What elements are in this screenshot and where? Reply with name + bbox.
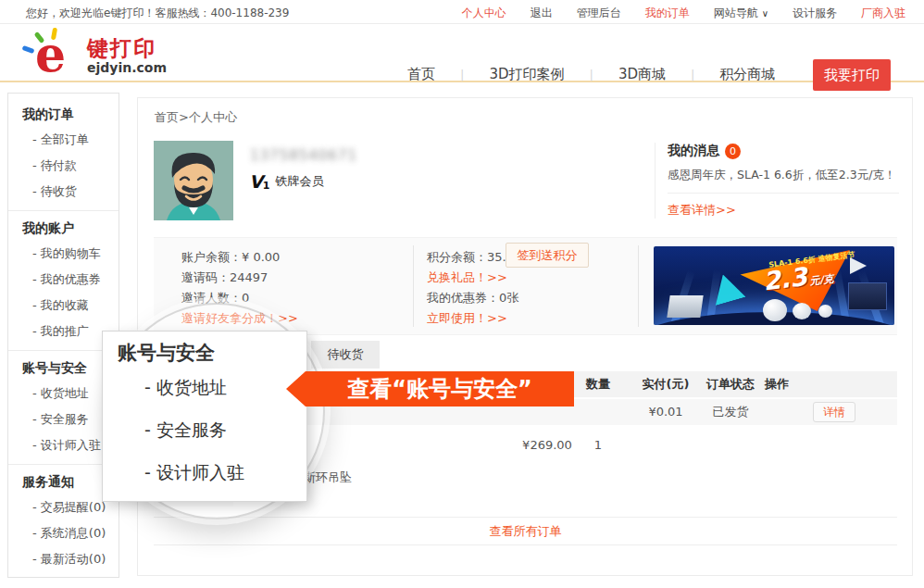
banner-3d-object [793,303,811,319]
col-header-qty: 数量 [570,371,626,397]
sidebar-item-latest-activity[interactable]: - 最新活动(0) [8,546,119,572]
sidebar-section-orders: 我的订单 - 全部订单 - 待付款 - 待收货 [8,97,119,210]
nav-divider: | [460,68,464,81]
account-summary: 账户余额：¥ 0.00 邀请码：24497 邀请人数：0 邀请好友拿分成！>> … [154,237,897,335]
coupons-count: 我的优惠券：0张 [427,288,518,308]
toplink-logout[interactable]: 退出 [531,6,553,21]
column-divider [413,245,414,327]
toplink-my-orders[interactable]: 我的订单 [645,6,690,21]
sidebar-item-pending-receipt[interactable]: - 待收货 [8,179,119,205]
order-paid-amount: ¥0.01 [629,399,703,425]
view-all-row: 查看所有订单 [154,518,897,545]
sidebar-item-favorites[interactable]: - 我的收藏 [8,293,119,319]
invite-friends-link[interactable]: 邀请好友拿分成！>> [181,308,298,329]
header: e 键打印 ejdyin.com 首页 | 3D打印案例 | 3D商城 | 积分… [0,25,924,82]
member-level: V 1 铁牌会员 [249,171,323,192]
sidebar-item-cart[interactable]: - 我的购物车 [8,241,119,267]
view-all-orders-link[interactable]: 查看所有订单 [490,524,562,538]
toplink-profile[interactable]: 个人中心 [462,6,506,21]
toplink-admin[interactable]: 管理后台 [577,6,621,21]
sidebar-item-pending-payment[interactable]: - 待付款 [8,153,119,179]
logo-domain-text: ejdyin.com [87,60,167,75]
sidebar-title-my-account: 我的账户 [8,215,119,241]
promo-banner[interactable]: SLA-1 6.6折 造物复活节 2.3元/克 [654,246,894,325]
nav-points-mall[interactable]: 积分商城 [719,66,775,83]
callout-arrow-banner: 查看“账号与安全” [306,371,574,407]
toplink-design-service[interactable]: 设计服务 [793,6,837,21]
nav-home[interactable]: 首页 [407,66,435,83]
checkin-points-button[interactable]: 签到送积分 [506,243,589,268]
topbar: 您好，欢迎光临e键打印！客服热线：400-1188-239 个人中心 退出 管理… [0,0,924,24]
magnified-menu-panel: 账号与安全 - 收货地址 - 安全服务 - 设计师入驻 [102,331,307,502]
sidebar-title-my-orders: 我的订单 [8,101,119,127]
sidebar-item-coupons[interactable]: - 我的优惠券 [8,267,119,293]
invite-code: 邀请码：24497 [181,268,298,288]
nav-3d-print-cases[interactable]: 3D打印案例 [489,66,564,83]
messages-block: 我的消息 0 感恩周年庆，SLA-1 6.6折，低至2.3元/克！ 查看详情>> [655,143,906,219]
banner-printer-object [848,282,887,310]
banner-printer-object [667,295,703,318]
avatar [154,141,233,220]
magnified-title-account-security: 账号与安全 [118,340,306,366]
column-divider [638,245,639,327]
print-now-button[interactable]: 我要打印 [813,59,891,91]
order-detail-button[interactable]: 详情 [813,402,855,422]
banner-3d-object [763,299,787,321]
view-details-link[interactable]: 查看详情>> [668,202,736,219]
nav-3d-mall[interactable]: 3D商城 [618,66,666,83]
product-qty: 1 [570,438,626,452]
messages-title: 我的消息 [668,143,719,159]
col-header-status: 订单状态 [703,371,758,397]
sidebar-section-account: 我的账户 - 我的购物车 - 我的优惠券 - 我的收藏 - 我的推广 [8,210,119,350]
account-balance: 账户余额：¥ 0.00 [181,247,298,268]
toplink-vendor-join[interactable]: 厂商入驻 [861,6,905,21]
nav-divider: | [691,68,694,81]
member-level-icon: V [249,171,263,192]
chevron-down-icon: ∨ [762,8,768,19]
col-header-action: 操作 [758,371,795,397]
sidebar-item-system-message[interactable]: - 系统消息(0) [8,520,119,546]
greeting-text: 您好，欢迎光临e键打印！客服热线：400-1188-239 [26,6,289,21]
col-header-paid: 实付(元) [629,371,703,397]
logo-brand-text: 键打印 [87,36,167,60]
messages-count-badge: 0 [725,144,741,159]
magnified-item-designer-join: - 设计师入驻 [144,451,306,494]
use-now-link[interactable]: 立即使用！>> [427,308,518,329]
toplink-site-nav[interactable]: 网站导航∨ [714,6,768,21]
message-divider [668,193,899,194]
main-nav: 首页 | 3D打印案例 | 3D商城 | 积分商城 [407,66,775,83]
redeem-gifts-link[interactable]: 兑换礼品！>> [427,268,518,288]
logo-e-icon: e [24,29,81,81]
banner-3d-object [818,305,832,318]
logo[interactable]: e 键打印 ejdyin.com [24,29,167,81]
magnified-item-shipping-address: - 收货地址 [144,366,306,408]
topbar-links: 个人中心 退出 管理后台 我的订单 网站导航∨ 设计服务 厂商入驻 [438,6,905,21]
invite-count: 邀请人数：0 [181,288,298,308]
order-status: 已发货 [703,399,758,425]
tab-pending-receipt[interactable]: 待收货 [311,341,380,369]
nav-divider: | [589,68,593,81]
breadcrumb[interactable]: 首页>个人中心 [155,109,237,126]
member-level-label: 铁牌会员 [275,173,323,190]
username-text: 13758540671 [250,147,357,164]
sidebar-item-all-orders[interactable]: - 全部订单 [8,127,119,153]
message-text: 感恩周年庆，SLA-1 6.6折，低至2.3元/克！ [668,168,906,183]
page: 您好，欢迎光临e键打印！客服热线：400-1188-239 个人中心 退出 管理… [0,0,924,588]
magnified-item-security-service: - 安全服务 [144,408,306,451]
